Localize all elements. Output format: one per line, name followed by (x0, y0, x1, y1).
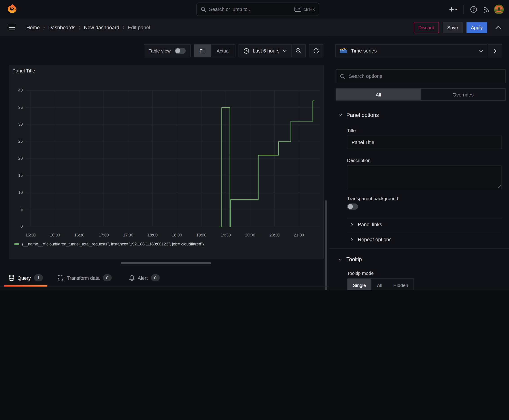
toggle-viz-picker-button[interactable] (488, 44, 502, 57)
breadcrumb-home[interactable]: Home (26, 24, 40, 30)
y-tick-label: 35 (10, 105, 23, 110)
menu-toggle-icon[interactable] (9, 23, 18, 32)
actual-option[interactable]: Actual (211, 45, 235, 57)
x-tick-label: 15:30 (23, 233, 38, 238)
chart-legend[interactable]: {__name__="cloudflared_tunnel_total_requ… (14, 242, 204, 246)
chevron-right-icon: 〉 (79, 25, 80, 30)
top-nav-bar: Search or jump to... ctrl+k ? (0, 0, 509, 18)
visualization-picker[interactable]: Time series (335, 44, 487, 57)
panel-options-header[interactable]: Panel options (339, 112, 379, 118)
transform-count-badge: 0 (103, 274, 112, 281)
breadcrumb-new-dashboard[interactable]: New dashboard (84, 24, 119, 30)
search-icon (340, 74, 345, 79)
breadcrumb-bar: Home 〉 Dashboards 〉 New dashboard 〉 Edit… (0, 18, 509, 37)
panel-title[interactable]: Panel Title (12, 68, 35, 73)
chevron-right-icon: 〉 (43, 25, 45, 30)
refresh-button[interactable] (309, 44, 323, 57)
tooltip-mode-segment: Single All Hidden (347, 278, 414, 290)
tooltip-header[interactable]: Tooltip (339, 256, 362, 262)
tooltip-mode-label: Tooltip mode (347, 270, 374, 276)
resize-handle-icon[interactable] (498, 185, 501, 188)
news-rss-icon[interactable] (481, 4, 492, 15)
chevron-down-icon (339, 258, 342, 261)
zoom-out-time-button[interactable] (291, 45, 305, 57)
chevron-right-icon: 〉 (123, 25, 124, 30)
y-tick-label: 15 (10, 173, 23, 178)
x-tick-label: 18:00 (145, 233, 160, 238)
x-tick-label: 16:00 (47, 233, 63, 238)
x-tick-label: 20:30 (267, 233, 282, 238)
x-tick-label: 19:30 (218, 233, 233, 238)
table-view-label: Table view (149, 48, 171, 53)
discard-button[interactable]: Discard (414, 22, 439, 33)
database-icon (9, 275, 14, 281)
series-color-swatch (14, 243, 19, 245)
add-new-button[interactable] (448, 4, 459, 15)
clock-icon (243, 48, 249, 54)
x-tick-label: 21:00 (291, 233, 307, 238)
x-tick-label: 20:00 (242, 233, 258, 238)
actions-divider (490, 23, 490, 32)
section-divider (329, 248, 509, 249)
description-label: Description (347, 158, 371, 163)
apply-button[interactable]: Apply (466, 22, 487, 33)
repeat-options-section[interactable]: Repeat options (351, 236, 392, 242)
svg-text:?: ? (473, 7, 475, 12)
time-range-button[interactable]: Last 6 hours (239, 48, 291, 54)
pane-resize-handle[interactable] (121, 262, 211, 264)
bell-icon (129, 275, 134, 281)
tab-transform-label: Transform data (67, 275, 100, 281)
panel-preview: Panel Title 0510152025303540 15:3016:001… (9, 65, 324, 259)
keyboard-icon (295, 7, 301, 12)
y-tick-label: 5 (10, 207, 23, 212)
fill-option[interactable]: Fill (194, 45, 211, 57)
tab-transform-data[interactable]: Transform data 0 (53, 269, 116, 286)
chevron-right-icon (494, 48, 496, 53)
chevron-down-icon (283, 50, 287, 52)
y-tick-label: 30 (10, 122, 23, 127)
tab-alert-label: Alert (137, 275, 148, 281)
grafana-logo-icon[interactable] (7, 3, 18, 15)
refresh-icon (313, 48, 319, 54)
zoom-out-icon (295, 48, 301, 54)
user-avatar[interactable] (494, 5, 504, 14)
editor-tabs: Query 1 Transform data 0 Alert 0 (0, 269, 329, 287)
fill-actual-segment: Fill Actual (194, 44, 236, 57)
description-textarea[interactable] (347, 165, 502, 189)
chevron-down-icon (479, 50, 483, 52)
breadcrumb-dashboards[interactable]: Dashboards (48, 24, 76, 30)
visualization-name: Time series (351, 48, 476, 54)
visualization-picker-row: Time series (335, 44, 502, 57)
tooltip-mode-hidden[interactable]: Hidden (388, 279, 414, 290)
x-tick-label: 16:30 (72, 233, 87, 238)
save-button[interactable]: Save (443, 22, 462, 33)
search-shortcut: ctrl+k (295, 7, 315, 12)
tooltip-mode-single[interactable]: Single (347, 279, 372, 290)
tab-query[interactable]: Query 1 (4, 269, 47, 286)
breadcrumb: Home 〉 Dashboards 〉 New dashboard 〉 Edit… (26, 24, 150, 30)
transparent-bg-toggle[interactable] (347, 203, 358, 210)
edit-panel-content: Table view Fill Actual Last 6 hours (0, 37, 509, 290)
chevron-down-icon (339, 114, 342, 116)
table-view-toggle[interactable] (175, 48, 186, 54)
help-icon[interactable]: ? (468, 4, 479, 15)
time-range-label: Last 6 hours (253, 48, 279, 54)
tab-overrides[interactable]: Overrides (421, 89, 506, 100)
tab-all[interactable]: All (336, 89, 421, 100)
time-series-chart[interactable] (26, 88, 320, 230)
title-label: Title (347, 128, 356, 133)
options-search-input[interactable]: Search options (336, 69, 506, 83)
divider (347, 218, 502, 218)
y-tick-label: 25 (10, 139, 23, 144)
panel-title-input[interactable]: Panel Title (347, 136, 502, 149)
tab-query-label: Query (17, 275, 31, 281)
global-search-input[interactable]: Search or jump to... ctrl+k (196, 3, 319, 16)
panel-links-section[interactable]: Panel links (351, 222, 382, 227)
collapse-options-pane-icon[interactable] (493, 22, 504, 33)
tooltip-mode-all[interactable]: All (372, 279, 388, 290)
alert-count-badge: 0 (151, 274, 160, 281)
options-filter-tabs: All Overrides (336, 88, 506, 100)
breadcrumb-edit-panel: Edit panel (128, 24, 150, 30)
panel-actions: Discard Save Apply (414, 22, 504, 33)
tab-alert[interactable]: Alert 0 (125, 269, 164, 286)
